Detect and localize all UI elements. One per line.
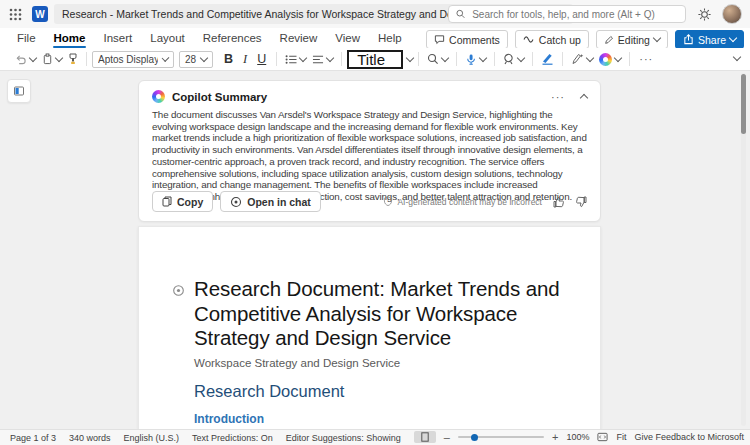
comments-label: Comments: [449, 34, 500, 46]
editor-pen-icon: [541, 53, 554, 65]
app-launcher-icon[interactable]: [9, 8, 22, 21]
undo-icon: [15, 54, 27, 65]
feedback-link[interactable]: Give Feedback to Microsoft: [634, 432, 744, 442]
chevron-down-icon: [29, 53, 37, 61]
fit-page-icon[interactable]: [597, 432, 608, 442]
share-button[interactable]: Share: [675, 30, 744, 49]
clipboard-icon: [42, 53, 53, 65]
tab-review[interactable]: Review: [271, 28, 327, 48]
document-subtitle[interactable]: Workspace Strategy and Design Service: [194, 357, 400, 369]
comment-icon: [434, 34, 445, 45]
copilot-summary-panel: Copilot Summary ··· The document discuss…: [138, 80, 601, 222]
margin-copilot-icon[interactable]: [172, 284, 185, 297]
document-title-text: Research - Market Trends and Competitive…: [62, 8, 510, 20]
copy-icon: [162, 196, 172, 207]
copilot-icon: [599, 53, 612, 66]
comments-button[interactable]: Comments: [426, 30, 508, 49]
chevron-down-icon: [614, 53, 622, 61]
document-heading-2[interactable]: Introduction: [194, 412, 264, 426]
document-page[interactable]: Research Document: Market Trends and Com…: [138, 226, 601, 430]
chevron-down-icon: [586, 53, 594, 61]
zoom-slider[interactable]: [458, 436, 544, 438]
global-search[interactable]: [448, 5, 686, 23]
align-left-icon: [312, 54, 324, 65]
settings-gear-icon[interactable]: [697, 7, 712, 22]
tab-insert[interactable]: Insert: [94, 28, 141, 48]
open-in-chat-button[interactable]: Open in chat: [220, 191, 321, 212]
editor-suggestions[interactable]: Editor Suggestions: Showing: [286, 433, 401, 443]
zoom-in-button[interactable]: +: [552, 431, 558, 443]
ribbon-overflow-button[interactable]: ···: [635, 53, 657, 65]
copy-label: Copy: [177, 196, 203, 208]
chevron-down-icon: [200, 53, 208, 61]
ribbon-collapse-chevron-icon[interactable]: [733, 53, 741, 61]
pulse-icon: [523, 35, 535, 44]
editor-button[interactable]: [538, 53, 557, 65]
rewrite-button[interactable]: [568, 53, 596, 65]
tab-help[interactable]: Help: [369, 28, 411, 48]
tab-view[interactable]: View: [326, 28, 369, 48]
text-predictions[interactable]: Text Predictions: On: [192, 433, 273, 443]
paste-button[interactable]: [39, 53, 65, 65]
fit-label[interactable]: Fit: [616, 432, 626, 442]
copy-button[interactable]: Copy: [152, 191, 213, 212]
font-size-select[interactable]: 28: [179, 51, 213, 68]
zoom-level[interactable]: 100%: [566, 432, 589, 442]
document-heading-title[interactable]: Research Document: Market Trends and Com…: [194, 277, 576, 351]
zoom-out-button[interactable]: –: [444, 431, 450, 443]
user-avatar[interactable]: [722, 4, 742, 24]
alignment-button[interactable]: [309, 54, 336, 65]
undo-button[interactable]: [12, 54, 39, 65]
ribbon-toolbar: Aptos Display (... 28 B I U Title: [0, 48, 750, 71]
menu-tabs: File Home Insert Layout References Revie…: [8, 28, 411, 48]
dictate-button[interactable]: [462, 53, 489, 66]
chevron-down-icon: [55, 53, 63, 61]
page-count[interactable]: Page 1 of 3: [10, 433, 56, 443]
sensitivity-button[interactable]: [500, 53, 527, 65]
menu-bar: File Home Insert Layout References Revie…: [0, 28, 750, 48]
styles-gallery-chevron-icon[interactable]: [406, 53, 414, 61]
print-layout-view-button[interactable]: [414, 431, 436, 443]
status-bar-left: Page 1 of 3 340 words English (U.S.) Tex…: [10, 433, 401, 443]
pencil-icon: [604, 35, 614, 45]
copilot-button[interactable]: [596, 53, 624, 66]
thumbs-up-icon[interactable]: [553, 196, 565, 208]
bullet-list-icon: [285, 54, 297, 65]
find-button[interactable]: [424, 53, 451, 65]
tab-file[interactable]: File: [8, 28, 45, 48]
zoom-slider-thumb[interactable]: [471, 434, 478, 441]
italic-button[interactable]: I: [238, 52, 252, 67]
document-heading-1[interactable]: Research Document: [194, 382, 344, 401]
styles-gallery-selected[interactable]: Title: [347, 50, 403, 69]
ai-disclaimer: AI-generated content may be incorrect: [383, 196, 542, 207]
editing-mode-button[interactable]: Editing: [596, 30, 668, 49]
word-app-window: W Research - Market Trends and Competiti…: [0, 0, 750, 445]
catch-up-label: Catch up: [539, 34, 581, 46]
catch-up-button[interactable]: Catch up: [515, 30, 589, 49]
tab-layout[interactable]: Layout: [141, 28, 194, 48]
underline-button[interactable]: U: [252, 52, 271, 66]
bold-button[interactable]: B: [219, 52, 238, 66]
feedback-thumbs: [553, 196, 587, 208]
language[interactable]: English (U.S.): [124, 433, 180, 443]
chevron-down-icon: [479, 53, 487, 61]
collapse-panel-chevron-icon[interactable]: [580, 94, 588, 102]
menu-bar-right: Comments Catch up Editing Share: [426, 30, 744, 49]
format-painter-icon: [68, 53, 78, 65]
copilot-panel-more-button[interactable]: ···: [547, 91, 569, 103]
copilot-summary-title: Copilot Summary: [172, 91, 267, 103]
navigation-pane-toggle[interactable]: [7, 79, 31, 103]
scrollbar-thumb[interactable]: [741, 74, 746, 134]
bullet-list-button[interactable]: [282, 54, 309, 65]
tab-home[interactable]: Home: [45, 28, 95, 48]
format-painter-button[interactable]: [65, 53, 81, 65]
tab-references[interactable]: References: [194, 28, 271, 48]
word-count[interactable]: 340 words: [69, 433, 111, 443]
microphone-icon: [465, 53, 477, 66]
font-name-select[interactable]: Aptos Display (...: [92, 51, 174, 68]
thumbs-down-icon[interactable]: [575, 196, 587, 208]
editing-label: Editing: [618, 34, 650, 46]
search-input[interactable]: [470, 8, 678, 21]
font-name-value: Aptos Display (...: [98, 54, 158, 65]
copilot-summary-footer: Copy Open in chat AI-generated content m…: [152, 191, 587, 212]
